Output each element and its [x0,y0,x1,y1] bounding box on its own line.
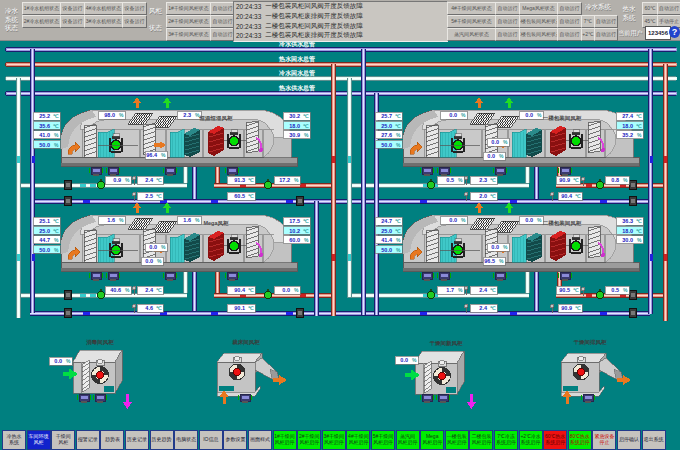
svg-text:裁床间风柜: 裁床间风柜 [231,339,260,346]
svg-text:%: % [396,247,401,253]
svg-text:2.4: 2.4 [479,287,488,293]
svg-text:60.0: 60.0 [289,237,300,243]
svg-text:1.7: 1.7 [446,287,454,293]
svg-text:%: % [125,287,130,293]
svg-text:25.2: 25.2 [39,113,50,119]
svg-text:%: % [161,244,166,250]
svg-text:35.6: 35.6 [39,123,50,129]
svg-text:%: % [195,217,200,223]
svg-text:%: % [503,244,508,250]
svg-text:36.3: 36.3 [622,218,633,224]
svg-text:℃: ℃ [395,123,401,129]
svg-text:℃: ℃ [156,305,162,311]
svg-text:17.5: 17.5 [289,218,300,224]
svg-text:96.4: 96.4 [146,152,158,158]
svg-text:90.9: 90.9 [559,177,570,183]
svg-text:0.0: 0.0 [487,153,495,159]
svg-text:30.0: 30.0 [622,237,633,243]
svg-text:25.1: 25.1 [39,218,50,224]
svg-text:%: % [304,237,309,243]
svg-text:℃: ℃ [636,113,642,119]
svg-text:℃: ℃ [636,218,642,224]
svg-text:℃: ℃ [53,123,59,129]
svg-text:0.0: 0.0 [54,358,62,364]
svg-text:25.7: 25.7 [381,113,392,119]
svg-text:℃: ℃ [248,193,254,199]
svg-text:恒温恒湿风柜: 恒温恒湿风柜 [199,115,234,122]
svg-text:℃: ℃ [490,287,496,293]
svg-text:0.0: 0.0 [449,217,457,223]
svg-text:℃: ℃ [395,113,401,119]
svg-text:1.6: 1.6 [107,217,115,223]
svg-text:%: % [537,112,542,118]
svg-text:0.0: 0.0 [491,244,499,250]
svg-text:90.9: 90.9 [561,305,572,311]
svg-text:25.0: 25.0 [39,228,50,234]
svg-text:干燥间排风柜: 干燥间排风柜 [573,339,608,346]
svg-text:27.4: 27.4 [622,113,634,119]
svg-text:%: % [54,247,59,253]
svg-text:25.0: 25.0 [381,123,392,129]
svg-text:℃: ℃ [156,287,162,293]
svg-text:30.2: 30.2 [289,113,300,119]
svg-text:%: % [161,152,166,158]
svg-text:℃: ℃ [248,305,254,311]
svg-text:%: % [66,358,71,364]
svg-text:℃: ℃ [490,177,496,183]
svg-text:℃: ℃ [573,177,579,183]
svg-text:%: % [157,258,162,264]
svg-text:℃: ℃ [573,287,579,293]
svg-text:2.0: 2.0 [479,193,487,199]
svg-text:一楼包装间风柜: 一楼包装间风柜 [543,115,582,122]
svg-text:90.4: 90.4 [561,193,573,199]
svg-text:%: % [54,142,59,148]
svg-text:18.0: 18.0 [289,123,300,129]
svg-text:冷水回水总管: 冷水回水总管 [279,69,315,77]
svg-text:干燥间新风柜: 干燥间新风柜 [429,340,464,347]
svg-text:%: % [461,217,466,223]
svg-text:%: % [537,217,542,223]
svg-text:0.8: 0.8 [611,177,619,183]
svg-text:0.9: 0.9 [113,177,121,183]
svg-text:℃: ℃ [248,177,254,183]
svg-text:96.5: 96.5 [484,258,495,264]
svg-text:%: % [412,357,417,363]
svg-text:50.0: 50.0 [39,142,50,148]
svg-text:90.4: 90.4 [234,287,246,293]
svg-text:27.6: 27.6 [381,132,392,138]
svg-text:0.5: 0.5 [446,177,454,183]
svg-text:℃: ℃ [303,218,309,224]
svg-text:℃: ℃ [303,228,309,234]
svg-text:热水回水总管: 热水回水总管 [278,55,315,63]
svg-text:℃: ℃ [490,193,496,199]
svg-text:50.0: 50.0 [381,142,392,148]
svg-text:18.0: 18.0 [622,228,633,234]
svg-text:98.0: 98.0 [104,112,115,118]
svg-text:41.0: 41.0 [39,132,50,138]
svg-text:2.4: 2.4 [145,177,154,183]
svg-text:24.7: 24.7 [381,218,392,224]
svg-text:%: % [119,217,124,223]
svg-text:%: % [54,237,59,243]
svg-text:%: % [294,177,299,183]
svg-text:℃: ℃ [575,305,581,311]
svg-text:消毒间风柜: 消毒间风柜 [85,339,114,346]
svg-text:℃: ℃ [53,228,59,234]
svg-text:91.3: 91.3 [234,177,245,183]
svg-text:℃: ℃ [575,193,581,199]
svg-text:0.0: 0.0 [525,217,533,223]
svg-text:50.0: 50.0 [39,247,50,253]
svg-text:%: % [623,287,628,293]
svg-text:%: % [54,132,59,138]
svg-text:4.6: 4.6 [145,305,153,311]
svg-text:17.2: 17.2 [279,177,290,183]
svg-text:2.4: 2.4 [145,287,154,293]
svg-text:1.6: 1.6 [183,217,191,223]
svg-text:%: % [396,237,401,243]
svg-text:热水供水总管: 热水供水总管 [278,84,315,92]
svg-text:%: % [503,139,508,145]
svg-text:%: % [125,177,130,183]
svg-text:%: % [623,177,628,183]
svg-text:%: % [294,287,299,293]
svg-text:℃: ℃ [53,113,59,119]
